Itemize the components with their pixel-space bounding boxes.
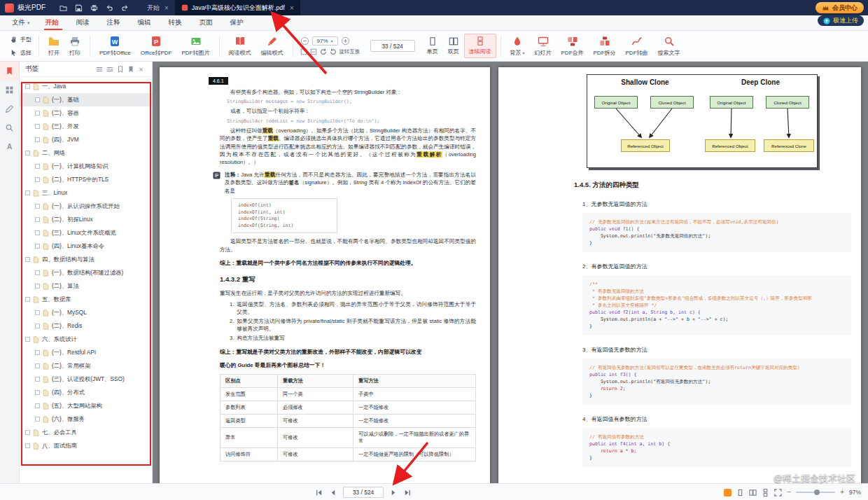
bookmark-item[interactable]: (三)、并发 <box>20 120 152 133</box>
last-page-icon[interactable] <box>404 489 412 496</box>
bookmark-item[interactable]: (二)、Redis <box>20 319 152 333</box>
bookmark-toggle-icon[interactable] <box>25 151 30 155</box>
bookmark-item[interactable]: (一)、Restful API <box>20 346 152 359</box>
print-icon[interactable] <box>86 0 102 15</box>
bookmark-toggle-icon[interactable] <box>35 377 40 382</box>
zoom-slider[interactable] <box>796 492 835 493</box>
pdf-curve-button[interactable]: PDF转曲 <box>621 32 653 60</box>
single-page-mode-icon[interactable] <box>736 489 744 496</box>
bookmark-item[interactable]: (一)、MySQL <box>20 306 152 319</box>
bookmark-toggle-icon[interactable] <box>35 137 40 142</box>
bookmark-item[interactable]: (二)、常用框架 <box>20 359 152 373</box>
rotate-right-icon[interactable] <box>330 48 337 55</box>
zoom-out-icon[interactable] <box>300 36 309 46</box>
tab-start-page[interactable]: 开始 × <box>141 0 175 15</box>
ribbon-tab[interactable]: 页面 <box>192 15 223 30</box>
ribbon-tab[interactable]: 保护 <box>223 15 253 30</box>
bookmark-item[interactable]: 二、网络 <box>20 146 152 160</box>
print-button[interactable]: 打印 <box>64 32 85 60</box>
bookmark-item[interactable]: (五)、大型网站架构 <box>20 399 152 412</box>
bookmark-toggle-icon[interactable] <box>35 350 40 355</box>
zoom-slider-knob[interactable] <box>814 489 820 495</box>
ribbon-tab[interactable]: 编辑 <box>130 15 161 30</box>
zoom-out-icon[interactable]: − <box>787 489 791 496</box>
statusbar-page-input[interactable] <box>343 487 384 498</box>
bookmark-toggle-icon[interactable] <box>25 430 30 435</box>
bookmark-item[interactable]: 八、面试指南 <box>20 439 152 452</box>
bookmark-toggle-icon[interactable] <box>35 177 40 182</box>
pdf-to-image-button[interactable]: PDF转图片 <box>177 32 215 60</box>
bookmark-toggle-icon[interactable] <box>35 310 40 315</box>
fullscreen-icon[interactable] <box>774 489 782 496</box>
bookmark-item[interactable]: 四、数据结构与算法 <box>20 253 152 266</box>
ribbon-tab[interactable]: 阅读 <box>69 15 99 30</box>
fast-upload-badge[interactable]: 极速上传 <box>818 15 864 26</box>
hand-tool-button[interactable]: 手型 <box>7 34 34 46</box>
redo-icon[interactable] <box>117 0 132 15</box>
bookmark-item[interactable]: (二)、容器 <box>20 106 152 120</box>
pdf-split-button[interactable]: PDF拆分 <box>589 32 621 60</box>
bookmark-toggle-icon[interactable] <box>35 417 40 422</box>
member-center-button[interactable]: 会员中心 <box>816 2 864 13</box>
bookmark-toggle-icon[interactable] <box>35 270 40 275</box>
edit-mode-button[interactable]: 编辑模式 <box>256 32 288 60</box>
save-icon[interactable] <box>71 0 86 15</box>
rotate-left-icon[interactable] <box>320 48 327 55</box>
single-page-view-button[interactable]: 单页 <box>422 34 443 58</box>
add-bookmark-icon[interactable] <box>115 64 125 74</box>
bookmark-toggle-icon[interactable] <box>25 337 30 342</box>
delete-bookmark-icon[interactable] <box>125 64 136 74</box>
office-to-pdf-button[interactable]: P Office转PDF <box>136 32 177 60</box>
read-mode-button[interactable]: 阅读模式 <box>224 32 256 60</box>
fit-page-icon[interactable] <box>300 48 307 55</box>
next-page-icon[interactable] <box>390 489 398 496</box>
bookmark-item[interactable]: (二)、HTTPS中的TLS <box>20 173 152 186</box>
bookmark-item[interactable]: 一、Java <box>20 80 152 93</box>
bookmark-item[interactable]: (四)、JVM <box>20 133 152 146</box>
double-page-view-button[interactable]: 双页 <box>443 34 464 58</box>
bookmark-toggle-icon[interactable] <box>25 443 30 448</box>
expand-all-icon[interactable] <box>104 64 115 74</box>
ribbon-tab[interactable]: 文件▾ <box>4 15 38 30</box>
bookmark-toggle-icon[interactable] <box>35 164 40 169</box>
pdf-merge-button[interactable]: PDF合并 <box>556 32 589 60</box>
bookmark-toggle-icon[interactable] <box>35 111 40 116</box>
bookmark-toggle-icon[interactable] <box>25 297 30 302</box>
thumbnails-panel-button[interactable] <box>0 81 19 99</box>
fit-width-icon[interactable] <box>310 48 317 55</box>
bookmark-item[interactable]: (一)、基础 <box>20 93 152 106</box>
tab-document[interactable]: Java中高级核心知识全面解析.pdf × <box>175 0 300 15</box>
bookmark-item[interactable]: (六)、微服务 <box>20 412 152 426</box>
bookmark-toggle-icon[interactable] <box>35 403 40 408</box>
bookmarks-panel-button[interactable] <box>0 62 19 81</box>
search-text-button[interactable]: 搜索文字 <box>653 32 685 60</box>
collapse-all-icon[interactable] <box>94 64 104 74</box>
bookmark-toggle-icon[interactable] <box>35 324 40 328</box>
annotations-panel-button[interactable] <box>0 99 19 118</box>
bookmark-toggle-icon[interactable] <box>25 84 30 89</box>
pdf-to-office-button[interactable]: W PDF转Office <box>94 32 136 60</box>
bookmark-toggle-icon[interactable] <box>35 230 40 235</box>
page-number-input[interactable] <box>370 40 415 52</box>
close-panel-icon[interactable]: × <box>136 65 146 74</box>
bookmark-toggle-icon[interactable] <box>35 204 40 209</box>
bookmark-item[interactable]: 五、数据库 <box>20 293 152 306</box>
bookmark-toggle-icon[interactable] <box>35 390 40 395</box>
first-page-icon[interactable] <box>315 489 323 496</box>
bookmark-item[interactable]: 三、Linux <box>20 186 152 200</box>
ribbon-tab[interactable]: 转换 <box>161 15 192 30</box>
open-folder-icon[interactable] <box>55 0 71 15</box>
bookmark-item[interactable]: 七、必会工具 <box>20 426 152 439</box>
slideshow-button[interactable]: 幻灯片 <box>530 32 556 60</box>
close-tab-icon[interactable]: × <box>290 4 294 12</box>
bookmark-item[interactable]: (二)、初探Linux <box>20 213 152 226</box>
background-button[interactable]: 背景▾ <box>505 32 530 60</box>
bookmark-item[interactable]: (四)、分布式 <box>20 386 152 399</box>
bookmark-item[interactable]: (三)、Linux文件系统概览 <box>20 226 152 239</box>
undo-icon[interactable] <box>102 0 117 15</box>
bookmark-toggle-icon[interactable] <box>25 257 30 262</box>
bookmark-toggle-icon[interactable] <box>25 190 30 195</box>
bookmark-toggle-icon[interactable] <box>35 97 40 102</box>
bookmark-toggle-icon[interactable] <box>35 217 40 222</box>
bookmark-item[interactable]: (一)、数据结构(布隆过滤器) <box>20 266 152 279</box>
